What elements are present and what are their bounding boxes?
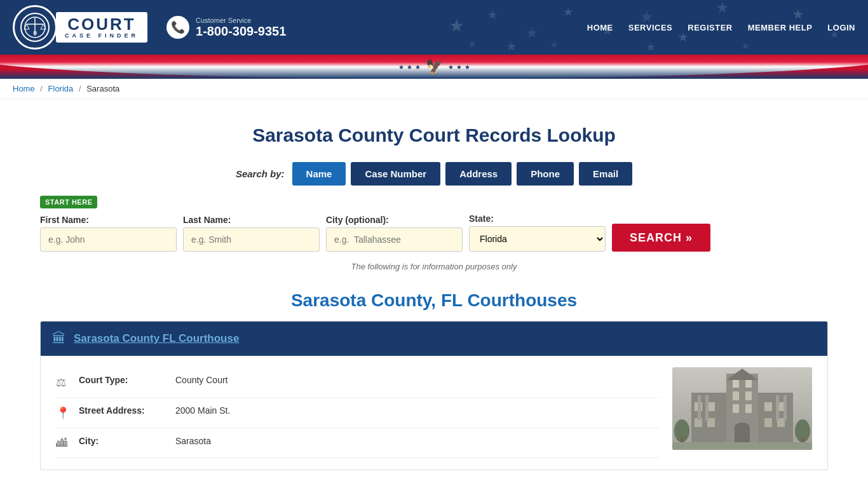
courthouse-details: ⚖ Court Type: County Court 📍 Street Addr… [56,367,660,458]
svg-rect-42 [705,395,709,421]
detail-row-city: 🏙 City: Sarasota [56,428,660,458]
breadcrumb-current: Sarasota [86,84,119,93]
svg-rect-41 [698,395,701,421]
svg-rect-43 [776,395,779,421]
courthouse-image [672,367,812,450]
courthouse-header: 🏛 Sarasota County FL Courthouse [41,322,827,356]
breadcrumb: Home / Florida / Sarasota [0,79,868,99]
state-select[interactable]: Florida Alabama Georgia Texas [469,226,606,252]
court-type-label: Court Type: [79,375,168,385]
logo-text: COURT CASE FINDER [56,12,147,43]
detail-row-address: 📍 Street Address: 2000 Main St. [56,398,660,428]
city-detail-value: Sarasota [175,436,211,446]
search-button[interactable]: SEARCH » [612,224,710,252]
city-icon: 🏙 [56,437,71,450]
svg-text:⚖: ⚖ [33,30,37,35]
nav-home[interactable]: HOME [587,23,613,32]
tab-email[interactable]: Email [579,162,632,186]
eagle-stars-right: ★ ★ ★ [448,64,470,71]
customer-service-phone: 1-800-309-9351 [196,24,286,38]
tab-name[interactable]: Name [292,162,346,186]
last-name-group: Last Name: [183,215,320,252]
nav-services[interactable]: SERVICES [628,23,673,32]
court-type-value: County Court [175,375,227,385]
breadcrumb-sep-2: / [79,84,81,93]
eagle-banner: ★ ★ ★ 🦅 ★ ★ ★ [0,55,868,79]
city-label: City (optional): [326,215,463,225]
svg-rect-28 [745,391,752,400]
logo-icon: ⚖ [13,5,57,50]
street-address-value: 2000 Main St. [175,405,230,416]
first-name-group: First Name: [40,215,177,252]
street-address-label: Street Address: [79,405,168,416]
logo-case-finder-label: CASE FINDER [65,32,139,39]
svg-rect-27 [733,391,739,400]
courthouse-body: ⚖ Court Type: County Court 📍 Street Addr… [41,356,827,470]
phone-icon: 📞 [166,16,189,39]
svg-point-40 [735,423,750,433]
nav-login[interactable]: LOGIN [827,23,855,32]
search-form: First Name: Last Name: City (optional): … [40,214,828,252]
page-title: Sarasota County Court Records Lookup [40,125,828,146]
city-detail-label: City: [79,436,168,446]
svg-rect-33 [764,402,772,411]
courthouses-title: Sarasota County, FL Courthouses [40,290,828,311]
tab-phone[interactable]: Phone [517,162,574,186]
start-here-badge: START HERE [40,196,97,208]
customer-service: 📞 Customer Service 1-800-309-9351 [166,16,286,39]
breadcrumb-state[interactable]: Florida [48,84,74,93]
info-note: The following is for information purpose… [40,262,828,271]
svg-rect-25 [733,380,739,388]
courthouse-name[interactable]: Sarasota County FL Courthouse [74,332,239,345]
breadcrumb-home[interactable]: Home [13,84,35,93]
nav-member-help[interactable]: MEMBER HELP [748,23,813,32]
last-name-input[interactable] [183,227,320,252]
address-icon: 📍 [56,406,71,420]
breadcrumb-sep-1: / [40,84,43,93]
last-name-label: Last Name: [183,215,320,225]
main-nav: HOME SERVICES REGISTER MEMBER HELP LOGIN [587,23,855,32]
state-group: State: Florida Alabama Georgia Texas [469,214,606,252]
first-name-input[interactable] [40,227,177,252]
svg-rect-29 [733,404,739,413]
main-content: Sarasota County Court Records Lookup Sea… [21,99,847,483]
svg-rect-44 [783,395,787,421]
logo-court-label: COURT [67,16,135,32]
first-name-label: First Name: [40,215,177,225]
city-input[interactable] [326,227,463,252]
logo[interactable]: ⚖ COURT CASE FINDER [13,5,147,50]
eagle-stars-left: ★ ★ ★ [398,64,421,71]
court-type-icon: ⚖ [56,376,71,390]
svg-rect-37 [764,418,772,427]
tab-case-number[interactable]: Case Number [351,162,440,186]
search-tabs-row: Search by: Name Case Number Address Phon… [40,162,828,186]
svg-rect-49 [672,442,812,450]
courthouse-card: 🏛 Sarasota County FL Courthouse ⚖ Court … [40,321,828,470]
city-group: City (optional): [326,215,463,252]
svg-rect-30 [745,404,752,413]
detail-row-court-type: ⚖ Court Type: County Court [56,367,660,398]
eagle-symbol: 🦅 [426,58,443,75]
tab-address[interactable]: Address [445,162,512,186]
state-label: State: [469,214,606,224]
nav-register[interactable]: REGISTER [688,23,732,32]
svg-rect-26 [745,380,752,388]
customer-service-label: Customer Service [196,17,286,24]
courthouse-building-icon: 🏛 [52,330,66,347]
search-by-label: Search by: [236,168,285,179]
